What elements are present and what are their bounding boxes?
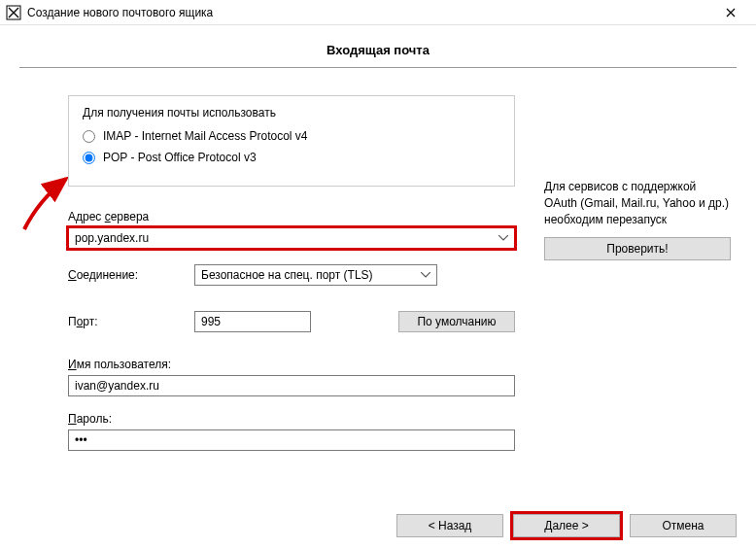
server-label: Адрес сервера (68, 210, 515, 223)
server-combo[interactable]: pop.yandex.ru (68, 227, 515, 249)
window-title: Создание нового почтового ящика (27, 6, 711, 19)
check-button[interactable]: Проверить! (544, 237, 731, 260)
imap-radio[interactable] (83, 130, 95, 143)
app-icon (6, 5, 21, 20)
port-default-button[interactable]: По умолчанию (398, 311, 515, 332)
page-title: Входящая почта (19, 43, 737, 67)
port-label: Порт: (68, 315, 194, 328)
protocol-fieldset: Для получения почты использовать IMAP - … (68, 95, 515, 187)
username-input[interactable] (68, 375, 515, 396)
oauth-hint: Для сервисов с поддержкой OAuth (Gmail, … (544, 179, 731, 227)
username-label: Имя пользователя: (68, 358, 515, 371)
cancel-button[interactable]: Отмена (630, 514, 737, 537)
connection-label: Соединение: (68, 268, 194, 282)
close-icon (726, 8, 736, 17)
next-button[interactable]: Далее > (513, 514, 620, 537)
pop-label[interactable]: POP - Post Office Protocol v3 (103, 151, 257, 164)
pop-radio[interactable] (83, 152, 95, 164)
password-label: Пароль: (68, 412, 515, 426)
password-input[interactable] (68, 429, 515, 451)
port-input[interactable] (194, 311, 311, 332)
connection-combo[interactable]: Безопасное на спец. порт (TLS) (194, 264, 437, 286)
footer: < Назад Далее > Отмена (396, 514, 737, 537)
titlebar: Создание нового почтового ящика (0, 0, 756, 25)
back-button[interactable]: < Назад (396, 514, 503, 537)
divider (19, 67, 737, 68)
protocol-legend: Для получения почты использовать (83, 106, 500, 120)
imap-label[interactable]: IMAP - Internet Mail Access Protocol v4 (103, 129, 308, 143)
close-button[interactable] (711, 0, 750, 25)
